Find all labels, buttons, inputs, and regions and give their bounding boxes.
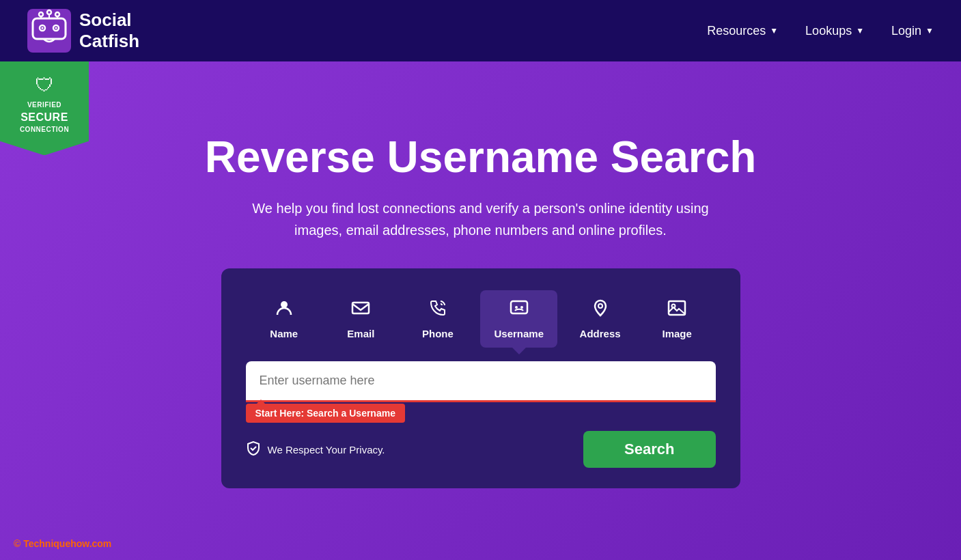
tab-name-label: Name — [270, 328, 298, 339]
svg-rect-13 — [352, 303, 369, 313]
tab-phone[interactable]: Phone — [404, 290, 472, 348]
logo-icon — [27, 9, 71, 53]
person-icon — [275, 298, 294, 322]
svg-point-17 — [598, 304, 602, 308]
privacy-note: We Respect Your Privacy. — [246, 440, 385, 459]
tab-address[interactable]: Address — [566, 290, 635, 348]
svg-point-5 — [55, 27, 57, 29]
tab-wrapper-email: Email — [326, 290, 395, 348]
tab-address-label: Address — [580, 328, 621, 339]
privacy-shield-icon — [246, 440, 261, 459]
svg-point-16 — [520, 306, 523, 309]
nav-links: Resources ▼ Lookups ▼ Login ▼ — [707, 24, 934, 38]
hero-subtitle: We help you find lost connections and ve… — [249, 197, 713, 241]
tab-wrapper-address: Address — [566, 290, 635, 348]
address-icon — [591, 298, 610, 322]
tab-wrapper-username: Username — [480, 290, 557, 348]
search-tabs: Name Email — [246, 290, 716, 348]
tab-wrapper-name: Name — [250, 290, 318, 348]
username-search-input[interactable] — [246, 361, 716, 402]
hero-section: 🛡 VERIFIED SECURE CONNECTION Reverse Use… — [0, 61, 961, 560]
tab-email-label: Email — [347, 328, 374, 339]
tab-wrapper-phone: Phone — [404, 290, 472, 348]
tab-email[interactable]: Email — [326, 290, 395, 348]
nav-resources[interactable]: Resources ▼ — [707, 24, 778, 38]
tab-image[interactable]: Image — [643, 290, 711, 348]
privacy-text: We Respect Your Privacy. — [268, 444, 385, 456]
tab-image-label: Image — [662, 328, 691, 339]
watermark: © Techniquehow.com — [14, 538, 111, 549]
svg-point-15 — [515, 306, 518, 309]
search-card: Name Email — [221, 268, 740, 488]
logo-text: Social Catfish — [79, 10, 139, 52]
nav-login[interactable]: Login ▼ — [891, 24, 934, 38]
logo-area[interactable]: Social Catfish — [27, 9, 139, 53]
tab-username-label: Username — [494, 328, 544, 339]
tooltip-label: Start Here: Search a Username — [246, 404, 405, 423]
verified-badge: 🛡 VERIFIED SECURE CONNECTION — [0, 61, 89, 155]
shield-icon: 🛡 — [35, 74, 54, 96]
nav-lookups[interactable]: Lookups ▼ — [805, 24, 864, 38]
search-input-row: Start Here: Search a Username — [246, 361, 716, 423]
username-icon — [510, 298, 529, 322]
svg-point-4 — [42, 27, 44, 29]
resources-caret-icon: ▼ — [770, 26, 778, 36]
tab-name[interactable]: Name — [250, 290, 318, 348]
image-icon — [667, 298, 686, 322]
badge-text: VERIFIED SECURE CONNECTION — [20, 100, 69, 135]
tab-wrapper-image: Image — [643, 290, 711, 348]
tab-phone-label: Phone — [422, 328, 454, 339]
tab-username[interactable]: Username — [480, 290, 557, 348]
search-bottom-row: We Respect Your Privacy. Search — [246, 431, 716, 468]
svg-rect-14 — [511, 301, 527, 313]
login-caret-icon: ▼ — [925, 26, 934, 36]
email-icon — [351, 298, 370, 322]
svg-point-12 — [281, 301, 288, 308]
hero-content: Reverse Username Search We help you find… — [173, 133, 788, 488]
lookups-caret-icon: ▼ — [856, 26, 864, 36]
search-button[interactable]: Search — [583, 431, 715, 468]
navbar: Social Catfish Resources ▼ Lookups ▼ Log… — [0, 0, 961, 61]
phone-icon — [428, 298, 447, 322]
page-title: Reverse Username Search — [205, 133, 757, 181]
